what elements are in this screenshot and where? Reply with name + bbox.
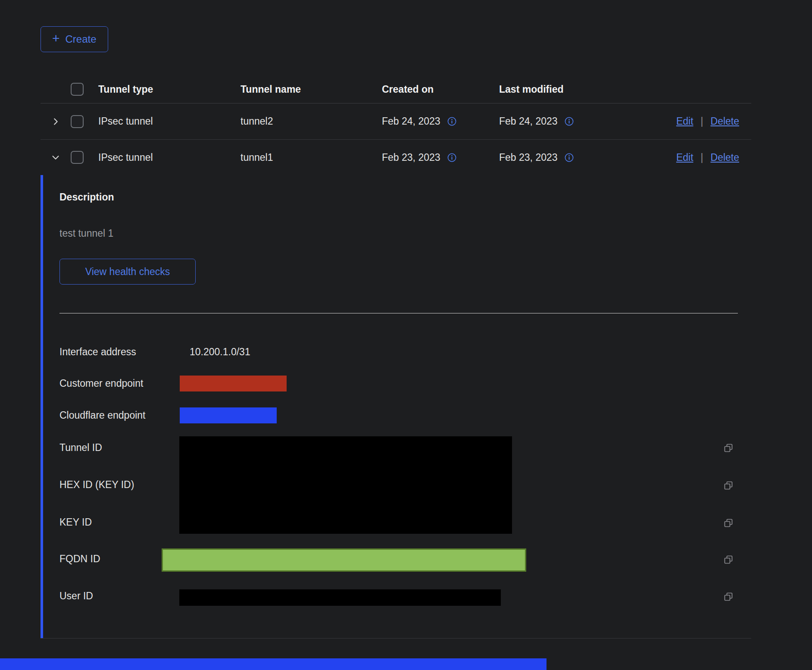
redacted-fqdn-id-value — [162, 548, 526, 572]
copy-icon-user-id[interactable] — [723, 592, 734, 602]
tunnel-type-value: IPsec tunnel — [95, 116, 237, 127]
create-button-label: Create — [66, 33, 97, 45]
tunnel-type-value: IPsec tunnel — [95, 152, 237, 163]
copy-icon-fqdn-id[interactable] — [723, 554, 734, 565]
interface-address-value: 10.200.1.0/31 — [190, 346, 250, 358]
column-header-tunnel-type: Tunnel type — [95, 84, 237, 95]
tunnel-name-value: tunnel1 — [237, 152, 378, 163]
edit-link-tunnel2[interactable]: Edit — [676, 116, 693, 127]
select-all-checkbox[interactable] — [71, 83, 84, 96]
table-header-row: Tunnel type Tunnel name Created on Last … — [41, 75, 751, 103]
table-bottom-border — [41, 638, 751, 639]
fqdn-id-label: FQDN ID — [59, 553, 100, 565]
key-id-label: KEY ID — [59, 516, 92, 528]
redacted-bottom-bar — [0, 658, 547, 670]
last-modified-value: Feb 23, 2023 — [499, 152, 558, 163]
info-icon[interactable] — [447, 116, 457, 126]
table-row-tunnel1: IPsec tunnel tunnel1 Feb 23, 2023 Feb 23… — [41, 140, 751, 175]
redacted-ids-block — [179, 436, 512, 534]
panel-divider — [59, 313, 738, 313]
description-value: test tunnel 1 — [59, 228, 113, 239]
redacted-cloudflare-endpoint-value — [180, 407, 277, 423]
delete-link-tunnel2[interactable]: Delete — [711, 116, 739, 127]
redacted-customer-endpoint-value — [180, 376, 287, 391]
create-button[interactable]: + Create — [41, 26, 108, 52]
copy-icon-tunnel-id[interactable] — [723, 443, 734, 453]
column-header-last-modified: Last modified — [496, 84, 625, 95]
redacted-user-id-value — [179, 589, 501, 606]
cloudflare-endpoint-label: Cloudflare endpoint — [59, 409, 145, 421]
copy-icon-hex-id[interactable] — [723, 480, 734, 491]
copy-icon-key-id[interactable] — [723, 518, 734, 528]
column-header-created-on: Created on — [378, 84, 496, 95]
hex-id-label: HEX ID (KEY ID) — [59, 479, 134, 491]
plus-icon: + — [52, 32, 60, 45]
info-icon[interactable] — [564, 116, 574, 126]
view-health-checks-button[interactable]: View health checks — [59, 259, 196, 285]
info-icon[interactable] — [564, 153, 574, 163]
description-label: Description — [59, 191, 114, 203]
tunnel1-expanded-panel: Description test tunnel 1 View health ch… — [41, 175, 751, 638]
tunnel-name-value: tunnel2 — [237, 116, 378, 127]
column-header-tunnel-name: Tunnel name — [237, 84, 378, 95]
tunnels-table: Tunnel type Tunnel name Created on Last … — [41, 75, 751, 639]
ipsec-tunnels-page: + Create Tunnel type Tunnel name Created… — [0, 0, 812, 670]
table-row-tunnel2: IPsec tunnel tunnel2 Feb 24, 2023 Feb 24… — [41, 103, 751, 140]
chevron-down-icon[interactable] — [51, 153, 60, 162]
customer-endpoint-label: Customer endpoint — [59, 377, 143, 389]
chevron-right-icon[interactable] — [51, 117, 60, 126]
created-on-value: Feb 24, 2023 — [382, 116, 440, 127]
delete-link-tunnel1[interactable]: Delete — [711, 152, 739, 163]
info-icon[interactable] — [447, 153, 457, 163]
row-checkbox-tunnel2[interactable] — [71, 115, 84, 128]
row-checkbox-tunnel1[interactable] — [71, 151, 84, 164]
edit-link-tunnel1[interactable]: Edit — [676, 152, 693, 163]
interface-address-label: Interface address — [59, 346, 136, 358]
last-modified-value: Feb 24, 2023 — [499, 116, 558, 127]
tunnel-id-label: Tunnel ID — [59, 441, 102, 454]
user-id-label: User ID — [59, 590, 93, 602]
actions-separator: | — [701, 116, 703, 127]
created-on-value: Feb 23, 2023 — [382, 152, 440, 163]
actions-separator: | — [701, 152, 703, 163]
